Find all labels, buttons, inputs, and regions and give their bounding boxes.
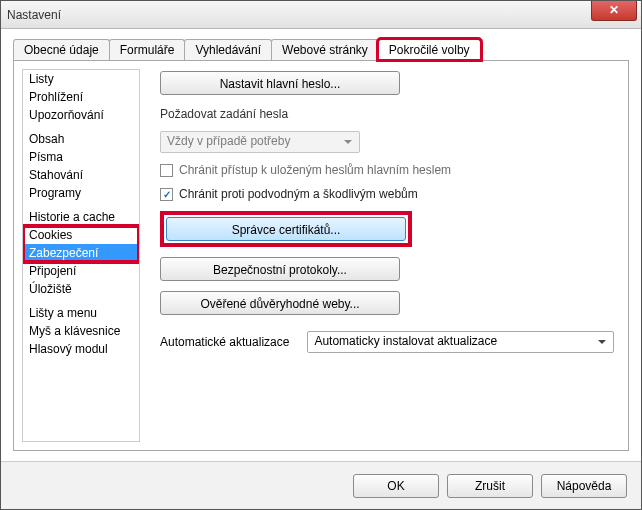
sidebar-item-cookies[interactable]: Cookies: [23, 226, 139, 244]
sidebar-item-security[interactable]: Zabezpečení: [23, 244, 139, 262]
content-pane: Listy Prohlížení Upozorňování Obsah Písm…: [13, 60, 629, 451]
sidebar-item-downloads[interactable]: Stahování: [23, 166, 139, 184]
ok-button[interactable]: OK: [353, 474, 439, 498]
require-password-select[interactable]: Vždy v případě potřeby: [160, 131, 360, 153]
protect-stored-passwords-checkbox[interactable]: [160, 164, 173, 177]
protect-fraud-checkbox[interactable]: [160, 188, 173, 201]
sidebar-item-history[interactable]: Historie a cache: [23, 208, 139, 226]
tab-webpages[interactable]: Webové stránky: [271, 39, 379, 60]
auto-updates-label: Automatické aktualizace: [160, 335, 289, 349]
titlebar: Nastavení ✕: [1, 1, 641, 29]
verified-trusted-sites-button[interactable]: Ověřené důvěryhodné weby...: [160, 291, 400, 315]
sidebar-item-fonts[interactable]: Písma: [23, 148, 139, 166]
settings-window: Nastavení ✕ Obecné údaje Formuláře Vyhle…: [0, 0, 642, 510]
require-password-value: Vždy v případě potřeby: [167, 134, 290, 148]
sidebar-security-highlight: Cookies Zabezpečení: [23, 226, 139, 262]
tabstrip: Obecné údaje Formuláře Vyhledávání Webov…: [1, 29, 641, 60]
cert-manager-highlight: Správce certifikátů...: [160, 211, 412, 247]
sidebar-item-programs[interactable]: Programy: [23, 184, 139, 202]
sidebar-item-network[interactable]: Připojení: [23, 262, 139, 280]
sidebar-item-content[interactable]: Obsah: [23, 130, 139, 148]
close-button[interactable]: ✕: [591, 1, 637, 21]
auto-updates-value: Automaticky instalovat aktualizace: [314, 334, 497, 348]
sidebar: Listy Prohlížení Upozorňování Obsah Písm…: [22, 69, 140, 442]
window-title: Nastavení: [7, 8, 61, 22]
protect-stored-passwords-label: Chránit přístup k uloženým heslům hlavní…: [179, 163, 451, 177]
cancel-button[interactable]: Zrušit: [447, 474, 533, 498]
auto-updates-row: Automatické aktualizace Automaticky inst…: [160, 331, 614, 353]
help-button[interactable]: Nápověda: [541, 474, 627, 498]
sidebar-item-voice[interactable]: Hlasový modul: [23, 340, 139, 358]
protect-fraud-row[interactable]: Chránit proti podvodným a škodlivým webů…: [160, 187, 614, 201]
main-panel: Nastavit hlavní heslo... Požadovat zadán…: [140, 61, 628, 450]
protect-fraud-label: Chránit proti podvodným a škodlivým webů…: [179, 187, 418, 201]
set-master-password-button[interactable]: Nastavit hlavní heslo...: [160, 71, 400, 95]
protect-stored-passwords-row[interactable]: Chránit přístup k uloženým heslům hlavní…: [160, 163, 614, 177]
auto-updates-select[interactable]: Automaticky instalovat aktualizace: [307, 331, 614, 353]
sidebar-item-mouse-keyboard[interactable]: Myš a klávesnice: [23, 322, 139, 340]
sidebar-item-storage[interactable]: Úložiště: [23, 280, 139, 298]
require-password-label: Požadovat zadání hesla: [160, 107, 614, 121]
certificate-manager-button[interactable]: Správce certifikátů...: [166, 217, 406, 241]
security-protocols-button[interactable]: Bezpečnostní protokoly...: [160, 257, 400, 281]
dialog-footer: OK Zrušit Nápověda: [1, 461, 641, 509]
sidebar-item-tabs[interactable]: Listy: [23, 70, 139, 88]
tab-forms[interactable]: Formuláře: [109, 39, 186, 60]
tab-general[interactable]: Obecné údaje: [13, 39, 110, 60]
tab-advanced[interactable]: Pokročilé volby: [378, 39, 481, 60]
sidebar-item-browsing[interactable]: Prohlížení: [23, 88, 139, 106]
sidebar-item-notifications[interactable]: Upozorňování: [23, 106, 139, 124]
sidebar-item-toolbars[interactable]: Lišty a menu: [23, 304, 139, 322]
tab-search[interactable]: Vyhledávání: [184, 39, 272, 60]
